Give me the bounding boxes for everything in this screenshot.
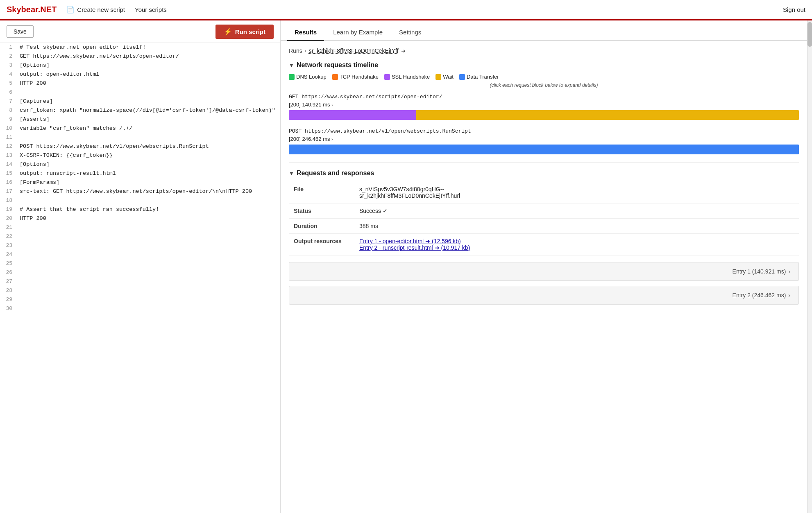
network-timeline-title: Network requests timeline (297, 61, 378, 69)
collapse-triangle[interactable]: ▼ (289, 62, 294, 68)
request-1-bar[interactable] (289, 110, 799, 120)
resp-row-value: Success ✓ (354, 203, 799, 219)
line-content (16, 286, 20, 295)
line-number: 29 (0, 295, 16, 304)
code-line: 13X-CSRF-TOKEN: {{csrf_token}} (0, 151, 280, 160)
line-content: [Options] (16, 61, 50, 70)
results-content[interactable]: Runs › sr_k2hjkhF8ffM3FLoD0nnCekEjIYff ➜… (281, 41, 807, 513)
brand-net: .NET (38, 5, 57, 14)
resp-row-label: Output resources (289, 234, 354, 255)
tab-settings[interactable]: Settings (392, 25, 429, 41)
line-content: HTTP 200 (16, 79, 46, 88)
tabs-bar: ResultsLearn by ExampleSettings (281, 20, 807, 41)
code-line: 23 (0, 241, 280, 250)
line-content: GET https://www.skybear.net/scripts/open… (16, 52, 179, 61)
code-line: 16[FormParams] (0, 178, 280, 187)
scrollbar-thumb[interactable] (807, 22, 812, 47)
line-number: 10 (0, 124, 16, 133)
line-content (16, 196, 20, 205)
resp-table-row: Duration388 ms (289, 219, 799, 234)
legend-label: TCP Handshake (340, 74, 379, 80)
code-line: 24 (0, 250, 280, 259)
code-line: 14[Options] (0, 160, 280, 169)
legend-item: DNS Lookup (289, 74, 327, 80)
request-1-url: GET https://www.skybear.net/scripts/open… (289, 94, 799, 100)
resp-table-row: Files_nVtSpv5v3GW7s4t80gr0qHG-- sr_k2hjk… (289, 182, 799, 203)
resp-table-row: StatusSuccess ✓ (289, 203, 799, 219)
brand-logo: Skybear.NET (7, 5, 57, 14)
line-number: 2 (0, 52, 16, 61)
line-number: 19 (0, 205, 16, 214)
legend-item: SSL Handshake (384, 74, 430, 80)
scrollbar[interactable] (807, 20, 812, 513)
create-new-script-link[interactable]: 📄 Create new script (66, 6, 125, 14)
line-content (16, 223, 20, 232)
legend-label: SSL Handshake (392, 74, 430, 80)
legend-note: (click each request block below to expan… (289, 82, 799, 88)
breadcrumb-run-id[interactable]: sr_k2hjkhF8ffM3FLoD0nnCekEjIYff (309, 47, 399, 54)
line-content (16, 88, 20, 97)
save-button[interactable]: Save (7, 25, 34, 38)
tab-learn-by-example[interactable]: Learn by Example (326, 25, 390, 41)
request-2-status[interactable]: [200] 246.462 ms › (289, 136, 799, 142)
line-content: src-text: GET https://www.skybear.net/sc… (16, 187, 252, 196)
legend-color-box (289, 74, 295, 80)
bar-segment (416, 110, 799, 120)
line-number: 21 (0, 223, 16, 232)
output-resource-link[interactable]: Entry 2 - runscript-result.html ➜ (10.91… (359, 244, 794, 251)
entry-2-expand[interactable]: Entry 2 (246.462 ms) › (289, 286, 799, 305)
line-number: 4 (0, 70, 16, 79)
line-content (16, 304, 20, 313)
line-content: output: runscript-result.html (16, 169, 116, 178)
legend-item: TCP Handshake (332, 74, 379, 80)
line-number: 25 (0, 259, 16, 268)
legend-color-box (384, 74, 390, 80)
line-number: 18 (0, 196, 16, 205)
code-line: 18 (0, 196, 280, 205)
code-line: 5HTTP 200 (0, 79, 280, 88)
line-number: 5 (0, 79, 16, 88)
legend-color-box (435, 74, 441, 80)
request-1-chevron: › (331, 102, 333, 107)
resp-collapse-triangle[interactable]: ▼ (289, 170, 294, 176)
code-line: 21 (0, 223, 280, 232)
line-number: 15 (0, 169, 16, 178)
line-number: 13 (0, 151, 16, 160)
line-number: 14 (0, 160, 16, 169)
line-number: 23 (0, 241, 16, 250)
request-2-entry: POST https://www.skybear.net/v1/open/web… (289, 128, 799, 154)
resp-section-header: ▼ Requests and responses (289, 169, 799, 177)
line-number: 16 (0, 178, 16, 187)
breadcrumb-runs[interactable]: Runs (289, 47, 302, 54)
line-content (16, 241, 20, 250)
legend-color-box (332, 74, 338, 80)
line-content: csrf_token: xpath "normalize-space(//div… (16, 106, 275, 115)
your-scripts-link[interactable]: Your scripts (135, 6, 167, 13)
line-content: [Asserts] (16, 115, 50, 124)
create-new-script-label: Create new script (77, 6, 125, 13)
entry-1-expand[interactable]: Entry 1 (140.921 ms) › (289, 262, 799, 281)
request-2-status-text: [200] 246.462 ms (289, 136, 330, 142)
run-script-button[interactable]: ⚡ Run script (215, 25, 274, 39)
top-nav: Skybear.NET 📄 Create new script Your scr… (0, 0, 812, 20)
code-line: 12POST https://www.skybear.net/v1/open/w… (0, 142, 280, 151)
line-number: 8 (0, 106, 16, 115)
sign-out-button[interactable]: Sign out (783, 6, 805, 13)
entry-1-chevron: › (788, 268, 790, 275)
tab-results[interactable]: Results (287, 25, 324, 41)
legend-item: Wait (435, 74, 454, 80)
code-line: 1# Test skybear.net open editor itself! (0, 43, 280, 52)
output-resource-link[interactable]: Entry 1 - open-editor.html ➜ (12.596 kb) (359, 238, 794, 244)
legend-label: Data Transfer (467, 74, 499, 80)
line-number: 26 (0, 268, 16, 277)
entry-2-expand-label: Entry 2 (246.462 ms) (733, 292, 786, 298)
request-1-status[interactable]: [200] 140.921 ms › (289, 102, 799, 108)
resp-row-label: Duration (289, 219, 354, 234)
code-editor[interactable]: 1# Test skybear.net open editor itself!2… (0, 43, 280, 513)
line-content: [Captures] (16, 97, 53, 106)
legend-label: Wait (443, 74, 454, 80)
code-line: 2GET https://www.skybear.net/scripts/ope… (0, 52, 280, 61)
line-number: 6 (0, 88, 16, 97)
line-number: 9 (0, 115, 16, 124)
request-2-bar[interactable] (289, 145, 799, 154)
